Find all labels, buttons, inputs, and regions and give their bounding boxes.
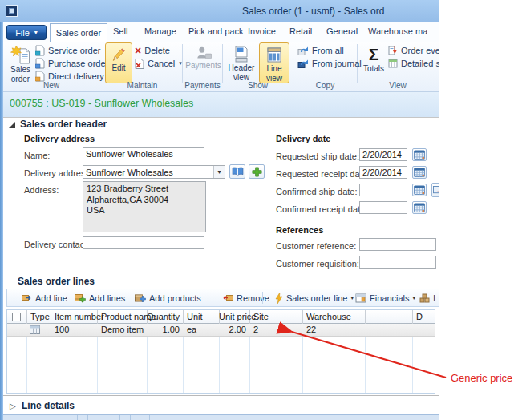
- column-header-item-number[interactable]: Item number: [55, 312, 104, 321]
- column-header-site[interactable]: Site: [253, 312, 269, 321]
- section-title-sales-order-header: Sales order header: [20, 119, 107, 130]
- cell-unit: ea: [187, 325, 196, 334]
- service-order-icon: [35, 45, 45, 56]
- record-breadcrumb-bar: 000755 : US-019 - Sunflower Wholesales: [0, 92, 439, 117]
- line-details-heading[interactable]: Line details: [22, 400, 75, 411]
- add-products-icon: [135, 293, 146, 303]
- financials-menu-button[interactable]: Financials ▾: [355, 289, 415, 306]
- customer-reference-field[interactable]: [359, 238, 436, 251]
- address-book-button[interactable]: [229, 164, 245, 179]
- cell-product-name: Demo item: [101, 325, 144, 334]
- tab-warehouse-management[interactable]: Warehouse ma: [368, 26, 427, 36]
- address-label: Address:: [24, 185, 59, 195]
- delete-x-icon: ×: [135, 46, 141, 55]
- table-row[interactable]: 100 Demo item 1.00 ea 2.00 2 22: [7, 324, 435, 337]
- service-order-button[interactable]: Service order: [35, 45, 100, 56]
- references-heading: References: [276, 225, 323, 235]
- file-menu-label: File: [15, 28, 30, 38]
- header-view-button[interactable]: Header view: [225, 42, 257, 83]
- confirm-dates-button[interactable]: [431, 183, 439, 197]
- chevron-down-icon: ▾: [34, 30, 38, 36]
- edit-button[interactable]: Edit: [105, 42, 132, 83]
- group-label-view: View: [358, 81, 438, 90]
- confirmed-receipt-date-field[interactable]: [359, 201, 407, 214]
- delivery-address-field[interactable]: [83, 166, 213, 178]
- requested-ship-date-label: Requested ship date:: [276, 151, 359, 161]
- delete-button[interactable]: × Delete: [135, 45, 170, 56]
- column-header-unit-price[interactable]: Unit price: [219, 312, 246, 321]
- remove-icon: [223, 293, 233, 302]
- toolbar-separator: [262, 292, 263, 304]
- column-header-d[interactable]: D: [416, 312, 423, 321]
- screenshot-root: Sales order (1 - usmf) - Sales ord File …: [0, 0, 514, 420]
- new-sales-order-icon: [10, 46, 31, 64]
- delivery-address-combo[interactable]: ▾: [83, 165, 225, 179]
- totals-button[interactable]: Σ Totals: [360, 42, 387, 83]
- tab-sales-order[interactable]: Sales order: [50, 23, 107, 42]
- purchase-order-button[interactable]: Purchase order: [35, 58, 108, 69]
- dynamics-ax-app-icon: [6, 5, 18, 17]
- column-header-warehouse[interactable]: Warehouse: [306, 312, 351, 321]
- from-all-button[interactable]: From all: [297, 45, 344, 56]
- column-header-quantity[interactable]: Quantity: [147, 312, 180, 321]
- add-line-button[interactable]: Add line: [22, 289, 67, 306]
- cell-site: 2: [253, 325, 258, 334]
- add-lines-button[interactable]: Add lines: [75, 289, 125, 306]
- ribbon: Sales order Service order Purchase order: [0, 42, 439, 92]
- confirmed-ship-date-label: Confirmed ship date:: [276, 187, 358, 196]
- detailed-status-button[interactable]: Detailed s: [388, 58, 439, 69]
- requested-receipt-date-field[interactable]: [359, 166, 407, 179]
- delivery-address-heading: Delivery address: [24, 134, 95, 143]
- divider: [0, 398, 439, 398]
- confirmed-receipt-date-label: Confirmed receipt date:: [276, 204, 367, 214]
- update-date-icon: [433, 186, 440, 195]
- direct-delivery-button[interactable]: Direct delivery: [35, 71, 104, 82]
- customer-requisition-field[interactable]: [359, 256, 436, 269]
- from-journal-button[interactable]: From journal: [297, 58, 362, 69]
- tab-manage[interactable]: Manage: [144, 26, 176, 36]
- add-line-icon: [22, 293, 32, 302]
- combo-dropdown-icon[interactable]: ▾: [213, 166, 225, 178]
- tab-general[interactable]: General: [326, 26, 358, 36]
- header-view-icon: [233, 46, 250, 63]
- tab-invoice[interactable]: Invoice: [248, 26, 276, 36]
- column-header-type[interactable]: Type: [30, 312, 50, 321]
- confirmed-receipt-date-calendar-button[interactable]: [412, 201, 427, 214]
- inventory-menu-button[interactable]: I: [419, 289, 435, 306]
- expander-expanded-icon[interactable]: [9, 122, 15, 128]
- group-label-copy: Copy: [293, 81, 357, 90]
- cell-warehouse: 22: [306, 325, 316, 334]
- confirmed-ship-date-field[interactable]: [359, 184, 407, 196]
- select-all-checkbox[interactable]: [12, 313, 21, 321]
- requested-ship-date-calendar-button[interactable]: [412, 148, 427, 161]
- customer-reference-label: Customer reference:: [276, 241, 356, 251]
- name-field[interactable]: [83, 147, 204, 160]
- file-menu-button[interactable]: File ▾: [6, 25, 47, 40]
- requested-ship-date-field[interactable]: [359, 148, 407, 161]
- column-header-unit[interactable]: Unit: [187, 312, 203, 321]
- tab-sell[interactable]: Sell: [113, 26, 127, 36]
- delivery-contact-field[interactable]: [83, 236, 204, 249]
- new-sales-order-button[interactable]: Sales order: [6, 42, 35, 83]
- sales-order-line-menu-button[interactable]: Sales order line ▾: [275, 289, 354, 306]
- window-left-border: [0, 22, 3, 420]
- requested-receipt-date-calendar-button[interactable]: [412, 166, 427, 179]
- cell-quantity: 1.00: [140, 325, 180, 334]
- expander-collapsed-icon[interactable]: ▷: [10, 402, 16, 410]
- group-label-new: New: [6, 81, 96, 90]
- group-label-show: Show: [223, 81, 293, 90]
- purchase-order-icon: [35, 58, 45, 69]
- order-events-button[interactable]: Order eve: [388, 45, 439, 56]
- add-products-button[interactable]: Add products: [135, 289, 201, 306]
- annotation-label: Generic price: [451, 372, 512, 384]
- tab-retail[interactable]: Retail: [289, 26, 312, 36]
- from-journal-icon: [297, 59, 309, 68]
- payments-button[interactable]: Payments: [184, 42, 222, 83]
- line-view-button[interactable]: Line view: [259, 42, 289, 83]
- confirmed-ship-date-calendar-button[interactable]: [412, 184, 427, 196]
- tab-pick-and-pack[interactable]: Pick and pack: [188, 26, 243, 36]
- order-events-icon: [388, 46, 398, 55]
- cancel-button[interactable]: Cancel ▾: [135, 58, 182, 69]
- add-address-button[interactable]: [249, 164, 265, 179]
- address-value-box: 123 Bradberry Street Alpharetta,GA 30004…: [83, 181, 206, 232]
